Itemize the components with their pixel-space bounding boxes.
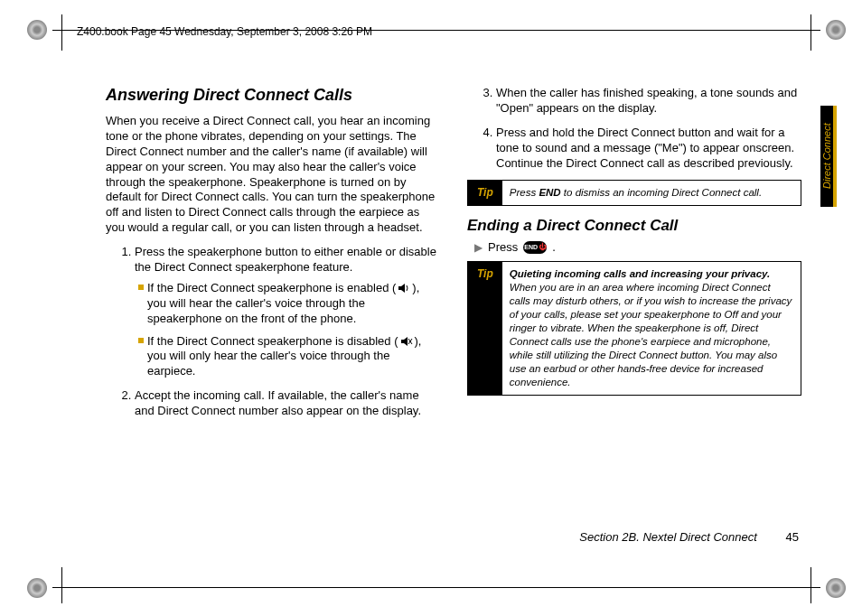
svg-marker-1 — [401, 337, 408, 346]
power-dot-icon: ⏻ — [539, 243, 546, 251]
right-column: When the caller has finished speaking, a… — [467, 86, 801, 428]
tip1-bold: END — [539, 187, 560, 198]
tip1-post: to dismiss an incoming Direct Connect ca… — [561, 187, 762, 198]
press-label: Press — [488, 240, 518, 254]
svg-marker-0 — [398, 284, 405, 293]
heading-answering: Answering Direct Connect Calls — [106, 86, 440, 105]
tip-label: Tip — [468, 181, 502, 205]
tip-box-1: Tip Press END to dismiss an incoming Dir… — [467, 180, 801, 206]
left-column: Answering Direct Connect Calls When you … — [106, 86, 440, 428]
tip2-body: When you are in an area where incoming D… — [510, 282, 792, 387]
sub1a-pre: If the Direct Connect speakerphone is en… — [147, 281, 396, 294]
step-2: Accept the incoming call. If available, … — [135, 388, 440, 419]
speaker-on-icon — [398, 282, 410, 294]
document-header: Z400.book Page 45 Wednesday, September 3… — [77, 25, 372, 38]
sub-item-disabled: If the Direct Connect speakerphone is di… — [138, 334, 440, 380]
step-3: When the caller has finished speaking, a… — [496, 86, 801, 117]
end-key-text: END — [524, 244, 538, 250]
tip-label: Tip — [468, 262, 502, 394]
crop-ornament-icon — [27, 20, 47, 40]
heading-ending: Ending a Direct Connect Call — [467, 217, 801, 235]
press-instruction: ▶ Press END⏻. — [474, 240, 801, 254]
step-1-text: Press the speakerphone button to either … — [135, 245, 436, 274]
footer-page-number: 45 — [786, 530, 799, 544]
sub-list: If the Direct Connect speakerphone is en… — [138, 281, 440, 379]
sub1b-pre: If the Direct Connect speakerphone is di… — [147, 334, 398, 348]
crop-rule — [810, 14, 811, 51]
steps-list-continued: When the caller has finished speaking, a… — [467, 86, 801, 171]
crop-ornament-icon — [826, 578, 846, 598]
crop-rule — [52, 587, 820, 588]
crop-rule — [61, 14, 62, 51]
tip1-pre: Press — [510, 187, 539, 198]
bullet-icon — [138, 338, 144, 343]
step-4: Press and hold the Direct Connect button… — [496, 126, 801, 172]
end-key-icon: END⏻ — [523, 241, 547, 254]
tip-body: Quieting incoming calls and increasing y… — [502, 262, 801, 394]
crop-ornament-icon — [27, 578, 47, 598]
intro-paragraph: When you receive a Direct Connect call, … — [106, 114, 440, 236]
footer-section: Section 2B. Nextel Direct Connect — [579, 530, 757, 544]
page-footer: Section 2B. Nextel Direct Connect 45 — [579, 530, 799, 544]
speaker-off-icon — [400, 335, 413, 348]
tip-body: Press END to dismiss an incoming Direct … — [502, 181, 801, 205]
section-tab: Direct Connect — [820, 106, 837, 207]
sub-item-enabled: If the Direct Connect speakerphone is en… — [138, 281, 440, 327]
crop-ornament-icon — [826, 20, 846, 40]
period: . — [552, 240, 556, 254]
crop-rule — [61, 567, 62, 603]
tip2-bold: Quieting incoming calls and increasing y… — [510, 268, 770, 279]
step-1: Press the speakerphone button to either … — [135, 245, 440, 379]
crop-rule — [810, 567, 811, 603]
page-content: Answering Direct Connect Calls When you … — [106, 86, 801, 428]
tip-box-2: Tip Quieting incoming calls and increasi… — [467, 261, 801, 395]
steps-list: Press the speakerphone button to either … — [106, 245, 440, 419]
arrow-icon: ▶ — [474, 241, 483, 254]
section-tab-label: Direct Connect — [820, 106, 833, 207]
bullet-icon — [138, 285, 144, 290]
